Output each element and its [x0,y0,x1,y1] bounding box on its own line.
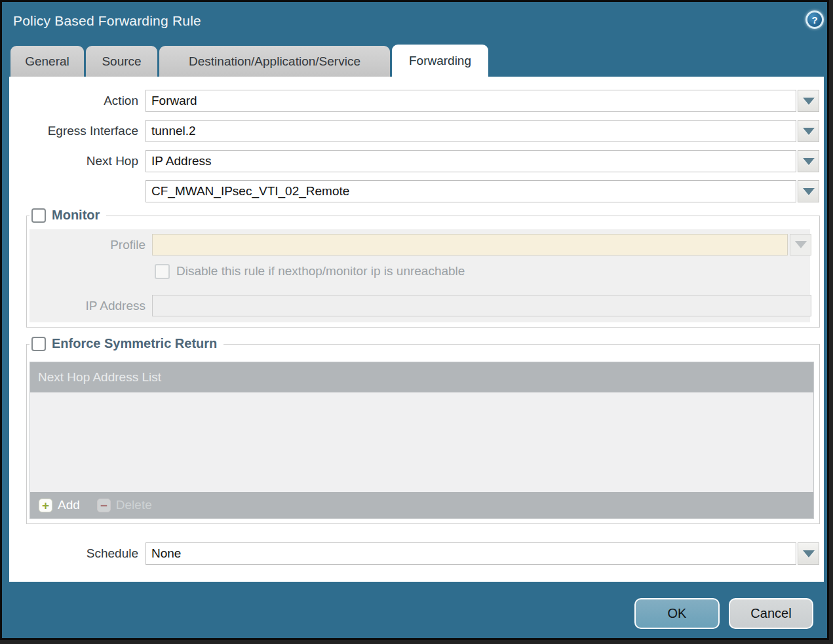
plus-icon: + [39,499,52,512]
disable-rule-checkbox [155,264,170,279]
next-hop-address-row: CF_MWAN_IPsec_VTI_02_Remote [9,180,824,202]
cancel-button[interactable]: Cancel [729,598,813,629]
next-hop-type-select[interactable]: IP Address [145,150,796,172]
monitor-panel: Profile Disable this rule if nexthop/mon… [29,229,810,322]
egress-interface-select[interactable]: tunnel.2 [145,120,796,142]
symmetric-return-legend-label: Enforce Symmetric Return [52,336,217,351]
next-hop-address-list-body [30,392,813,492]
profile-select [152,234,788,256]
monitor-fieldset: Monitor Profile Disable this rule if nex… [26,216,820,328]
next-hop-address-dropdown-button[interactable] [798,180,819,202]
schedule-dropdown-button[interactable] [798,542,819,565]
monitor-checkbox[interactable] [31,208,46,223]
action-dropdown-button[interactable] [798,90,819,112]
disable-rule-label: Disable this rule if nexthop/monitor ip … [176,262,465,280]
add-button-label: Add [58,498,80,512]
monitor-ip-address-input [152,295,811,316]
help-icon[interactable]: ? [805,10,824,29]
action-select[interactable]: Forward [145,90,796,112]
tab-general-label: General [25,54,69,69]
next-hop-address-table: Next Hop Address List + Add − Delete [29,362,814,519]
chevron-down-icon [803,550,815,558]
delete-button-label: Delete [116,498,152,512]
delete-button: − Delete [97,498,152,512]
profile-dropdown-button [790,234,811,256]
add-button[interactable]: + Add [39,498,80,512]
schedule-select[interactable]: None [145,542,796,565]
symmetric-return-legend: Enforce Symmetric Return [29,336,223,351]
schedule-row: Schedule None [9,542,824,565]
egress-interface-label: Egress Interface [9,120,138,142]
forwarding-tab-panel: Action Forward Egress Interface tunnel.2… [9,77,824,582]
schedule-label: Schedule [9,542,138,565]
minus-icon: − [97,499,111,512]
action-label: Action [9,90,138,112]
next-hop-address-list-header: Next Hop Address List [30,362,813,392]
tab-destination-application-service[interactable]: Destination/Application/Service [159,46,390,77]
next-hop-dropdown-button[interactable] [798,150,819,172]
chevron-down-icon [803,188,815,195]
tab-source-label: Source [102,54,141,69]
tab-source[interactable]: Source [86,46,157,77]
cancel-button-label: Cancel [750,606,791,621]
monitor-legend: Monitor [29,208,106,223]
help-glyph: ? [811,14,817,26]
egress-interface-dropdown-button[interactable] [798,120,819,142]
chevron-down-icon [795,241,807,248]
chevron-down-icon [803,128,815,135]
next-hop-address-select[interactable]: CF_MWAN_IPsec_VTI_02_Remote [145,180,796,202]
action-row: Action Forward [9,90,824,112]
tab-general[interactable]: General [10,46,84,77]
dialog-title: Policy Based Forwarding Rule [13,13,201,29]
monitor-ip-address-label: IP Address [29,295,145,316]
chevron-down-icon [803,98,815,105]
chevron-down-icon [803,158,815,165]
next-hop-row: Next Hop IP Address [9,150,824,172]
pbf-rule-dialog: Policy Based Forwarding Rule ? General S… [0,0,829,640]
tab-destination-label: Destination/Application/Service [189,54,360,69]
monitor-legend-label: Monitor [52,208,100,223]
egress-interface-row: Egress Interface tunnel.2 [9,120,824,142]
symmetric-return-fieldset: Enforce Symmetric Return Next Hop Addres… [26,344,820,524]
symmetric-return-checkbox[interactable] [31,337,46,351]
next-hop-table-toolbar: + Add − Delete [30,492,813,518]
ok-button-label: OK [668,606,687,621]
tab-forwarding-label: Forwarding [409,54,471,68]
profile-label: Profile [29,234,145,256]
next-hop-label: Next Hop [9,150,138,172]
ok-button[interactable]: OK [634,598,720,629]
tab-forwarding[interactable]: Forwarding [392,45,488,77]
